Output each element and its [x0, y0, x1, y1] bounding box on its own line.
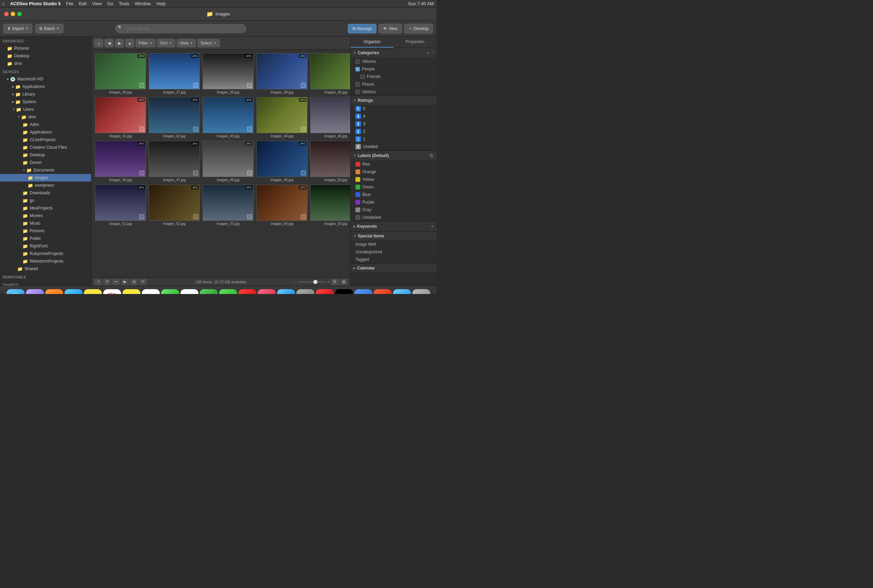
play-button[interactable]: ▶: [121, 279, 129, 285]
dock-1password[interactable]: 🔑: [354, 289, 372, 294]
dock-safari[interactable]: 🧭: [64, 289, 82, 294]
places-checkbox[interactable]: [356, 82, 360, 87]
thumb-item-45[interactable]: JPG Images_45.jpg: [310, 97, 350, 138]
home-button[interactable]: ⌂: [94, 39, 103, 47]
minimize-button[interactable]: [11, 12, 15, 16]
label-blue[interactable]: Blue: [351, 191, 436, 198]
sidebar-item-pictures[interactable]: 📁 Pictures: [0, 45, 91, 52]
select-dropdown[interactable]: Select ▼: [197, 39, 219, 47]
sidebar-item-rightfont[interactable]: 📁 RightFont: [0, 242, 91, 250]
thumb-item-53[interactable]: JPG Images_53.jpg: [202, 184, 254, 226]
rating-2[interactable]: 2 2: [351, 128, 436, 135]
search-input[interactable]: [115, 24, 246, 33]
sidebar-item-doceri[interactable]: 📁 Doceri: [0, 159, 91, 166]
tab-organize[interactable]: Organize: [351, 37, 394, 48]
sidebar-item-desktop-user[interactable]: 📁 Desktop: [0, 151, 91, 159]
select-checkbox[interactable]: [140, 127, 144, 132]
calendar-header[interactable]: ▶ Calendar: [351, 264, 436, 273]
label-green[interactable]: Green: [351, 183, 436, 191]
sidebar-item-public[interactable]: 📁 Public: [0, 235, 91, 242]
menu-file[interactable]: File: [66, 1, 74, 6]
menu-tools[interactable]: Tools: [119, 1, 129, 6]
sidebar-item-adlm[interactable]: 📁 Adlm: [0, 121, 91, 128]
refresh-button[interactable]: ↻: [139, 279, 147, 285]
thumb-item-47[interactable]: JPG Images_47.jpg: [149, 141, 200, 182]
thumb-item-38[interactable]: JPG Images_38.jpg: [202, 53, 254, 94]
zoom-slider[interactable]: [298, 281, 326, 283]
select-checkbox[interactable]: [247, 127, 252, 132]
back-button[interactable]: ◀: [105, 39, 114, 47]
labels-settings-button[interactable]: ⚙: [429, 153, 434, 158]
dock-terminal[interactable]: $_: [335, 289, 353, 294]
manage-button[interactable]: ⊞ Manage: [348, 24, 376, 33]
dock-new-finder[interactable]: 🗂: [393, 289, 411, 294]
up-button[interactable]: ▲: [125, 39, 134, 47]
select-checkbox[interactable]: [193, 214, 198, 219]
thumb-item-40[interactable]: JPG Images_40.jpg: [310, 53, 350, 94]
dock-maps[interactable]: 🗺: [161, 289, 179, 294]
develop-button[interactable]: ✧ Develop: [404, 24, 433, 33]
zoom-out-button[interactable]: −: [294, 279, 297, 284]
sidebar-item-idea[interactable]: 📁 IdeaProjects: [0, 204, 91, 212]
dock-trash[interactable]: 🗑: [412, 289, 430, 294]
sidebar-item-applications[interactable]: 📁 Applications: [0, 128, 91, 136]
maximize-button[interactable]: [17, 12, 22, 16]
sidebar-item-movies[interactable]: 📁 Movies: [0, 212, 91, 219]
select-checkbox[interactable]: [301, 127, 306, 132]
select-checkbox[interactable]: [301, 214, 306, 219]
thumb-item-50[interactable]: JPG Images_50.jpg: [310, 141, 350, 182]
sidebar-item-dmx-fav[interactable]: 📁 dmx: [0, 60, 91, 67]
menu-window[interactable]: Window: [135, 1, 151, 6]
select-checkbox[interactable]: [193, 127, 198, 132]
forward-button[interactable]: ▶: [115, 39, 124, 47]
rating-1[interactable]: 1 1: [351, 135, 436, 143]
label-unlabeled[interactable]: Unlabeled: [351, 214, 436, 221]
dock-photos[interactable]: 🌸: [180, 289, 198, 294]
special-items-header[interactable]: ▼ Special Items: [351, 231, 436, 240]
dock-reminders[interactable]: ☑: [142, 289, 160, 294]
select-checkbox[interactable]: [247, 171, 252, 175]
special-tagged[interactable]: Tagged: [351, 256, 436, 263]
tab-properties[interactable]: Properties: [394, 37, 437, 48]
rating-4[interactable]: 4 4: [351, 112, 436, 120]
filter-dropdown[interactable]: Filter ▼: [136, 39, 156, 47]
label-gray[interactable]: Gray: [351, 206, 436, 214]
thumb-item-36[interactable]: JPG Images_36.jpg: [95, 53, 146, 94]
category-places[interactable]: Places: [351, 80, 436, 88]
dock-notes[interactable]: 📝: [84, 289, 102, 294]
category-friends[interactable]: Friends: [351, 73, 436, 80]
category-various[interactable]: Various: [351, 88, 436, 96]
label-purple[interactable]: Purple: [351, 198, 436, 206]
sidebar-item-shared[interactable]: 📁 Shared: [0, 265, 91, 273]
menu-help[interactable]: Help: [156, 1, 166, 6]
sidebar-item-music[interactable]: 📁 Music: [0, 219, 91, 227]
dock-siri[interactable]: 🎙: [26, 289, 44, 294]
category-people[interactable]: People: [351, 65, 436, 73]
sidebar-item-desktop[interactable]: 📁 Desktop: [0, 52, 91, 60]
grid-view-button[interactable]: ⊞: [340, 279, 348, 285]
thumb-item-51[interactable]: JPG Images_51.jpg: [95, 184, 146, 226]
thumb-item-54[interactable]: JPG Images_54.jpg: [256, 184, 308, 226]
categories-remove-button[interactable]: −: [431, 50, 434, 56]
select-checkbox[interactable]: [140, 214, 144, 219]
dock-store[interactable]: 🛍: [277, 289, 295, 294]
sidebar-item-dmx[interactable]: ▼ 📁 dmx: [0, 113, 91, 121]
thumb-item-43[interactable]: JPG Images_43.jpg: [202, 97, 254, 138]
select-checkbox[interactable]: [247, 214, 252, 219]
thumb-item-48[interactable]: JPG Images_48.jpg: [202, 141, 254, 182]
thumb-item-44[interactable]: JPG Images_44.jpg: [256, 97, 308, 138]
thumb-item-41[interactable]: JPG Images_41.jpg: [95, 97, 146, 138]
thumb-item-55[interactable]: JPG Images_55.jpg: [310, 184, 350, 226]
close-button[interactable]: [4, 12, 9, 16]
view-dropdown[interactable]: View ▼: [177, 39, 196, 47]
dock-messages[interactable]: 💬: [219, 289, 237, 294]
ratings-header[interactable]: ▼ Ratings: [351, 96, 436, 105]
thumb-item-39[interactable]: JPG Images_39.jpg: [256, 53, 308, 94]
stack-button[interactable]: ⊟: [130, 279, 138, 285]
people-checkbox[interactable]: [356, 67, 360, 71]
sidebar-item-system[interactable]: ▶ 📁 System: [0, 98, 91, 106]
select-checkbox[interactable]: [301, 83, 306, 88]
dock-calendar[interactable]: DEC16: [103, 289, 121, 294]
label-red[interactable]: Red: [351, 160, 436, 168]
thumb-item-49[interactable]: JPG Images_49.jpg: [256, 141, 308, 182]
